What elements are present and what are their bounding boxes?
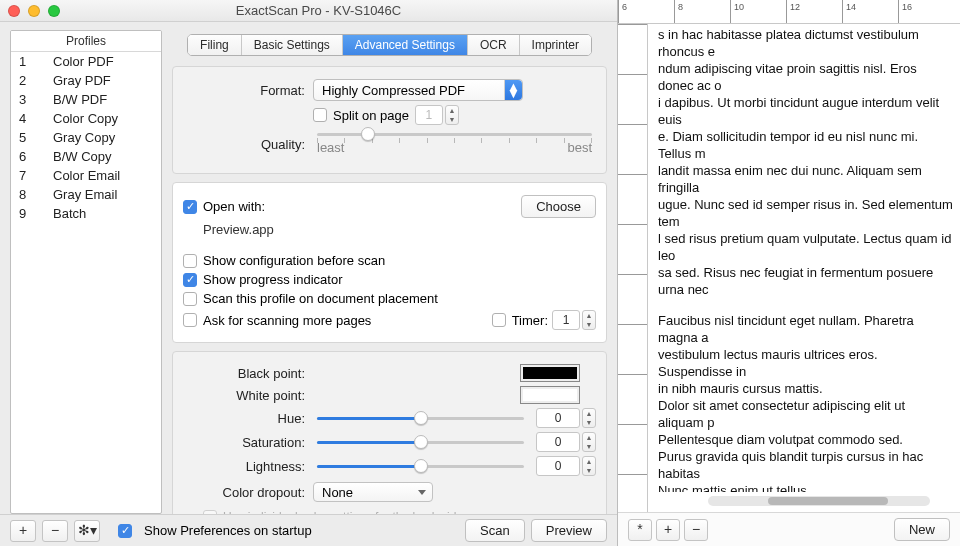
open-with-label: Open with: bbox=[203, 199, 265, 214]
document-page: s in hac habitasse platea dictumst vesti… bbox=[652, 24, 960, 492]
quality-label: Quality: bbox=[183, 137, 313, 152]
saturation-field[interactable]: 0 bbox=[536, 432, 580, 452]
quality-slider[interactable] bbox=[317, 133, 592, 136]
split-page-field[interactable]: 1 bbox=[415, 105, 443, 125]
profile-row[interactable]: 7Color Email bbox=[11, 166, 161, 185]
tab-basic-settings[interactable]: Basic Settings bbox=[242, 35, 343, 55]
close-window-icon[interactable] bbox=[8, 5, 20, 17]
profile-row[interactable]: 3B/W PDF bbox=[11, 90, 161, 109]
zoom-in-button[interactable]: + bbox=[656, 519, 680, 541]
open-with-checkbox[interactable]: ✓ bbox=[183, 200, 197, 214]
tab-bar: FilingBasic SettingsAdvanced SettingsOCR… bbox=[172, 34, 607, 56]
horizontal-scrollbar[interactable] bbox=[708, 496, 930, 506]
ruler-vertical bbox=[618, 24, 648, 512]
timer-field[interactable]: 1 bbox=[552, 310, 580, 330]
zoom-out-button[interactable]: − bbox=[684, 519, 708, 541]
format-label: Format: bbox=[183, 83, 313, 98]
timer-checkbox[interactable] bbox=[492, 313, 506, 327]
split-page-stepper[interactable]: ▲▼ bbox=[445, 105, 459, 125]
timer-stepper[interactable]: ▲▼ bbox=[582, 310, 596, 330]
profiles-panel: Profiles 1Color PDF2Gray PDF3B/W PDF4Col… bbox=[10, 30, 162, 514]
profile-row[interactable]: 2Gray PDF bbox=[11, 71, 161, 90]
options-section: ✓ Open with: Choose Preview.app Show con… bbox=[172, 182, 607, 343]
bottom-toolbar: + − ✻▾ ✓ Show Preferences on startup Sca… bbox=[0, 514, 617, 546]
gear-menu-button[interactable]: ✻▾ bbox=[74, 520, 100, 542]
choose-button[interactable]: Choose bbox=[521, 195, 596, 218]
tab-advanced-settings[interactable]: Advanced Settings bbox=[343, 35, 468, 55]
profile-row[interactable]: 5Gray Copy bbox=[11, 128, 161, 147]
tab-filing[interactable]: Filing bbox=[188, 35, 242, 55]
hue-slider[interactable] bbox=[317, 417, 524, 420]
scan-on-placement-checkbox[interactable] bbox=[183, 292, 197, 306]
show-progress-checkbox[interactable]: ✓ bbox=[183, 273, 197, 287]
remove-profile-button[interactable]: − bbox=[42, 520, 68, 542]
ruler-horizontal: 6810121416 bbox=[618, 0, 960, 24]
adjust-section: Black point: White point: Hue: 0 ▲▼ Satu… bbox=[172, 351, 607, 537]
split-on-page-label: Split on page bbox=[333, 108, 409, 123]
scan-button[interactable]: Scan bbox=[465, 519, 525, 542]
select-arrows-icon: ▲▼ bbox=[504, 80, 522, 100]
format-select[interactable]: Highly Compressed PDF ▲▼ bbox=[313, 79, 523, 101]
page-thumb-button[interactable]: * bbox=[628, 519, 652, 541]
white-point-well[interactable] bbox=[520, 386, 580, 404]
color-dropout-select[interactable]: None bbox=[313, 482, 433, 502]
saturation-slider[interactable] bbox=[317, 441, 524, 444]
black-point-well[interactable] bbox=[520, 364, 580, 382]
profile-row[interactable]: 4Color Copy bbox=[11, 109, 161, 128]
lightness-stepper[interactable]: ▲▼ bbox=[582, 456, 596, 476]
preview-pane: 6810121416 s in hac habitasse platea dic… bbox=[618, 0, 960, 546]
tab-ocr[interactable]: OCR bbox=[468, 35, 520, 55]
window-title: ExactScan Pro - KV-S1046C bbox=[20, 3, 617, 18]
hue-field[interactable]: 0 bbox=[536, 408, 580, 428]
new-button[interactable]: New bbox=[894, 518, 950, 541]
preview-button[interactable]: Preview bbox=[531, 519, 607, 542]
open-with-app: Preview.app bbox=[203, 222, 274, 237]
lightness-field[interactable]: 0 bbox=[536, 456, 580, 476]
tab-imprinter[interactable]: Imprinter bbox=[520, 35, 591, 55]
show-prefs-checkbox[interactable]: ✓ bbox=[118, 524, 132, 538]
add-profile-button[interactable]: + bbox=[10, 520, 36, 542]
format-section: Format: Highly Compressed PDF ▲▼ Split o… bbox=[172, 66, 607, 174]
lightness-slider[interactable] bbox=[317, 465, 524, 468]
profile-row[interactable]: 9Batch bbox=[11, 204, 161, 223]
titlebar: ExactScan Pro - KV-S1046C bbox=[0, 0, 617, 22]
profile-row[interactable]: 6B/W Copy bbox=[11, 147, 161, 166]
ask-more-pages-checkbox[interactable] bbox=[183, 313, 197, 327]
timer-label: Timer: bbox=[512, 313, 548, 328]
split-on-page-checkbox[interactable] bbox=[313, 108, 327, 122]
saturation-stepper[interactable]: ▲▼ bbox=[582, 432, 596, 452]
profiles-header: Profiles bbox=[11, 31, 161, 52]
profile-row[interactable]: 1Color PDF bbox=[11, 52, 161, 71]
hue-stepper[interactable]: ▲▼ bbox=[582, 408, 596, 428]
show-config-checkbox[interactable] bbox=[183, 254, 197, 268]
profile-row[interactable]: 8Gray Email bbox=[11, 185, 161, 204]
